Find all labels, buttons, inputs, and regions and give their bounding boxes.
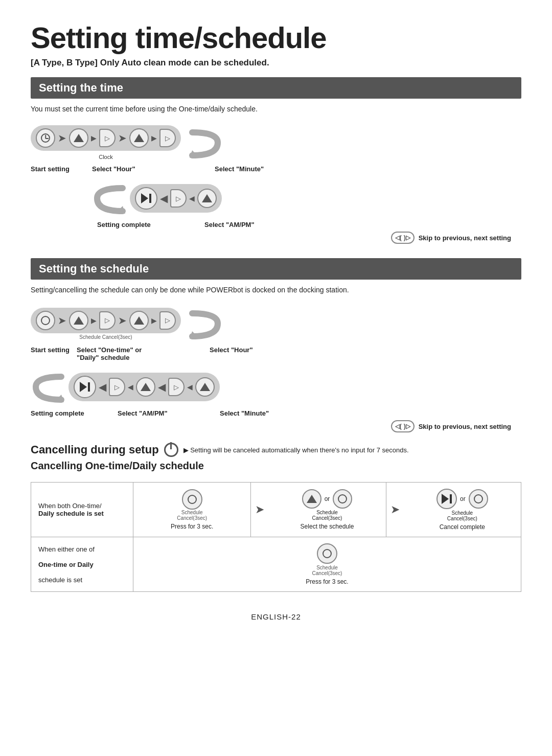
setting-schedule-section: Setting the schedule Setting/cancelling …: [31, 258, 521, 432]
cancel-row-both: When both One-time/ Daily schedule is se…: [31, 483, 521, 537]
cancel-row1-col2: ScheduleCancel(3sec) Press for 3 sec.: [133, 483, 251, 537]
skip-buttons-time: ◁( )▷: [391, 232, 415, 244]
setting-schedule-header: Setting the schedule: [31, 258, 521, 280]
skip-note-sched: ◁( )▷ Skip to previous, next setting: [31, 420, 521, 432]
cancel-row1-col3: or ScheduleCancel(3sec) Select the sched…: [268, 483, 386, 537]
cancel-row1-label: When both One-time/ Daily schedule is se…: [31, 483, 133, 537]
curve-arrow-left: [92, 178, 128, 219]
schedule-diagram: ➤ ▶ ▷ ➤ ▶ ▷ Sch: [31, 303, 521, 432]
curve-arrow-left-sched: [31, 366, 66, 407]
select-ampm-label-time: Select "AM/PM": [189, 221, 291, 228]
power-icon: [164, 443, 178, 457]
schedule-bottom-flow: ◀ ▷ ◀ ◀ ▷ ◀: [68, 373, 220, 401]
schedule-cancel-label: Schedule Cancel(3sec): [79, 334, 132, 340]
press3sec-2: Press for 3 sec.: [306, 578, 348, 585]
page-title: Setting time/schedule: [31, 20, 521, 55]
sched-select-hour: Select "Hour": [184, 346, 286, 361]
curve-arrow-right: [187, 122, 223, 163]
sched-select-ampm: Select "AM/PM": [118, 409, 220, 417]
skip-label-time: Skip to previous, next setting: [419, 234, 511, 242]
cancel-row2-label: When either one of One-time or Daily sch…: [31, 537, 133, 591]
page-number: ENGLISH-22: [31, 612, 521, 621]
sched-start-setting: Start setting: [31, 346, 77, 361]
cancelling-setup-header: Cancelling during setup ▶ Setting will b…: [31, 443, 521, 457]
sched-setting-complete: Setting complete: [31, 409, 118, 417]
skip-label-sched: Skip to previous, next setting: [419, 423, 511, 430]
skip-buttons-sched: ◁( )▷: [391, 420, 415, 432]
cancelling-daily-section: Cancelling One-time/Daily schedule When …: [31, 460, 521, 592]
select-sched-label: Select the schedule: [301, 523, 354, 530]
clock-label: Clock: [99, 154, 113, 160]
cancel-arrow1: ➤: [251, 483, 268, 537]
cancel-row1-col4: or ScheduleCancel(3sec) Cancel complete: [404, 483, 521, 537]
cancelling-table: When both One-time/ Daily schedule is se…: [31, 482, 521, 592]
setting-time-desc: You must set the current time before usi…: [31, 105, 521, 113]
page-subtitle: [A Type, B Type] Only Auto clean mode ca…: [31, 58, 521, 68]
setting-schedule-desc: Setting/cancelling the schedule can only…: [31, 286, 521, 294]
select-minute-label-time: Select "Minute": [174, 165, 276, 173]
cancelling-note: ▶ Setting will be canceled automatically…: [183, 446, 409, 454]
curve-arrow-right-sched: [187, 303, 223, 344]
sched-select-minute: Select "Minute": [220, 409, 322, 417]
cancel-complete-label: Cancel complete: [440, 523, 485, 531]
cancelling-daily-title: Cancelling One-time/Daily schedule: [31, 460, 521, 472]
setting-complete-label-time: Setting complete: [97, 221, 189, 228]
cancel-row-either: When either one of One-time or Daily sch…: [31, 537, 521, 591]
setting-time-section: Setting the time You must set the curren…: [31, 77, 521, 244]
clock-button: ➤ ▶ ▷ ➤: [31, 125, 181, 151]
schedule-top-flow: ➤ ▶ ▷ ➤ ▶ ▷: [31, 308, 181, 333]
sched-label-or: ScheduleCancel(3sec): [312, 510, 342, 521]
sched-label-row2: ScheduleCancel(3sec): [312, 565, 342, 576]
time-return-flow: ◀ ▷ ◀: [130, 184, 222, 213]
cancel-arrow2: ➤: [386, 483, 404, 537]
time-diagram: ➤ ▶ ▷ ➤: [31, 122, 521, 244]
press3sec-1: Press for 3 sec.: [171, 523, 213, 530]
skip-note-time: ◁( )▷ Skip to previous, next setting: [31, 232, 521, 244]
select-hour-label-time: Select "Hour": [72, 165, 174, 173]
cancelling-title: Cancelling during setup: [31, 443, 159, 456]
start-setting-label: Start setting: [31, 165, 72, 173]
sched-label-cancel: ScheduleCancel(3sec): [447, 510, 477, 521]
cancel-sched-label1: ScheduleCancel(3sec): [177, 510, 207, 521]
cancel-row2-col2: ScheduleCancel(3sec) Press for 3 sec.: [133, 537, 521, 591]
sched-select-onetime: Select "One-time" or"Daily" schedule: [77, 346, 184, 361]
setting-time-header: Setting the time: [31, 77, 521, 99]
